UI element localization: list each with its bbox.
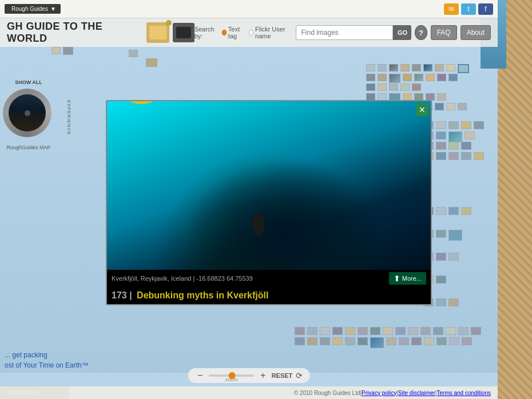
thumb-tile[interactable] xyxy=(366,74,375,81)
photo-icon-1[interactable] xyxy=(146,22,169,43)
thumb-tile[interactable] xyxy=(437,93,446,101)
thumb-tile[interactable] xyxy=(448,298,459,306)
thumb-tile[interactable] xyxy=(458,327,469,335)
thumb-tile[interactable] xyxy=(412,64,421,71)
thumb-tile[interactable] xyxy=(320,337,330,345)
thumb-tile[interactable] xyxy=(448,253,459,261)
thumb-tile[interactable] xyxy=(400,83,410,91)
thumb-tile[interactable] xyxy=(435,103,444,110)
thumb-tile[interactable] xyxy=(345,327,355,335)
thumb-tile[interactable] xyxy=(436,298,446,306)
thumb-tile[interactable] xyxy=(448,74,458,81)
thumb-tile-selected[interactable] xyxy=(458,64,469,73)
thumb-tile[interactable] xyxy=(436,276,446,284)
thumb-tile[interactable] xyxy=(378,83,387,91)
thumb-tile[interactable] xyxy=(461,152,471,160)
thumb-tile[interactable] xyxy=(448,230,462,241)
thumb-tile[interactable] xyxy=(449,337,459,345)
thumb-tile[interactable] xyxy=(423,64,432,71)
thumb-tile[interactable] xyxy=(458,103,467,110)
thumb-tile[interactable] xyxy=(389,74,400,83)
thumb-tile[interactable] xyxy=(446,103,455,110)
go-button[interactable]: GO xyxy=(393,25,411,40)
thumb-tile[interactable] xyxy=(370,337,384,348)
thumb-tile[interactable] xyxy=(395,327,406,335)
zoom-plus-button[interactable]: + xyxy=(258,370,268,381)
thumb-tile[interactable] xyxy=(332,337,343,345)
thumb-tile[interactable] xyxy=(412,83,421,91)
facebook-button[interactable]: f xyxy=(478,3,493,15)
thumb-tile[interactable] xyxy=(389,83,398,91)
footer-terms-link[interactable]: Terms and conditions xyxy=(437,390,491,396)
text-tag-radio[interactable]: Text tag xyxy=(222,26,245,39)
thumb-tile[interactable] xyxy=(307,337,317,345)
thumb-tile[interactable] xyxy=(400,64,410,71)
photo-icon-2[interactable] xyxy=(173,23,194,42)
thumb-tile[interactable] xyxy=(383,327,393,335)
thumb-tile[interactable] xyxy=(436,121,446,129)
dial-ring[interactable] xyxy=(3,89,51,137)
reset-button[interactable]: RESET xyxy=(272,372,293,379)
thumb-tile[interactable] xyxy=(474,121,484,129)
thumb-tile[interactable] xyxy=(461,121,471,129)
thumb-tile[interactable] xyxy=(366,64,375,71)
thumb-tile[interactable] xyxy=(399,337,409,345)
thumb-tile[interactable] xyxy=(436,207,446,215)
thumb-tile[interactable] xyxy=(389,64,398,71)
thumb-tile[interactable] xyxy=(420,327,431,335)
thumb-tile[interactable] xyxy=(345,337,355,345)
thumb-tile[interactable] xyxy=(386,337,396,345)
thumb-tile[interactable] xyxy=(436,253,446,261)
thumb-tile[interactable] xyxy=(446,64,455,71)
thumb-tile[interactable] xyxy=(461,207,471,215)
thumb-tile[interactable] xyxy=(464,131,475,139)
thumb-tile[interactable] xyxy=(433,327,443,335)
footer-disclaimer-link[interactable]: Site disclaimer xyxy=(398,390,435,396)
thumb-tile[interactable] xyxy=(366,83,375,91)
thumb-tile[interactable] xyxy=(426,74,435,81)
thumb-tile[interactable] xyxy=(378,74,387,81)
thumb-tile[interactable] xyxy=(414,74,423,81)
twitter-button[interactable]: t xyxy=(461,3,476,15)
about-button[interactable]: About xyxy=(460,25,491,40)
thumb-tile[interactable] xyxy=(448,152,459,160)
help-button[interactable]: ? xyxy=(415,25,427,40)
zoom-minus-button[interactable]: − xyxy=(195,370,205,381)
email-button[interactable]: ✉ xyxy=(444,3,459,15)
thumb-tile[interactable] xyxy=(320,327,330,335)
thumb-tile[interactable] xyxy=(411,337,422,345)
thumb-tile[interactable] xyxy=(436,152,446,160)
flickr-radio[interactable]: Flickr User name xyxy=(249,26,293,39)
thumb-tile[interactable] xyxy=(370,327,380,335)
thumb-tile[interactable] xyxy=(471,327,481,335)
thumb-tile[interactable] xyxy=(146,58,157,67)
thumb-tile[interactable] xyxy=(358,327,368,335)
thumb-tile[interactable] xyxy=(448,207,459,215)
thumb-tile[interactable] xyxy=(435,64,444,71)
thumb-tile[interactable] xyxy=(436,142,446,150)
search-input[interactable] xyxy=(296,25,393,40)
thumb-tile[interactable] xyxy=(462,337,472,345)
popup-close-button[interactable]: ✕ xyxy=(416,103,428,116)
thumb-tile[interactable] xyxy=(448,142,459,150)
thumb-tile[interactable] xyxy=(448,131,462,142)
thumb-tile[interactable] xyxy=(295,337,305,345)
thumb-tile[interactable] xyxy=(474,152,484,160)
footer-privacy-link[interactable]: Privacy policy xyxy=(362,390,396,396)
most-time-link[interactable]: ost of Your Time on Earth™ xyxy=(0,360,103,370)
thumb-tile[interactable] xyxy=(436,337,447,345)
thumb-tile[interactable] xyxy=(378,64,387,71)
thumb-tile[interactable] xyxy=(448,121,459,129)
thumb-tile[interactable] xyxy=(446,327,456,335)
thumb-tile[interactable] xyxy=(63,47,73,55)
thumb-tile[interactable] xyxy=(307,327,317,335)
thumb-tile[interactable] xyxy=(408,327,418,335)
thumb-tile[interactable] xyxy=(436,230,446,238)
rough-guides-dropdown[interactable]: Rough Guides ▼ xyxy=(5,4,61,14)
thumb-tile[interactable] xyxy=(358,337,368,345)
thumb-tile[interactable] xyxy=(437,74,446,81)
thumb-tile[interactable] xyxy=(332,327,343,335)
thumb-tile[interactable] xyxy=(51,47,61,54)
thumb-tile[interactable] xyxy=(403,74,412,81)
thumb-tile[interactable] xyxy=(436,131,446,139)
